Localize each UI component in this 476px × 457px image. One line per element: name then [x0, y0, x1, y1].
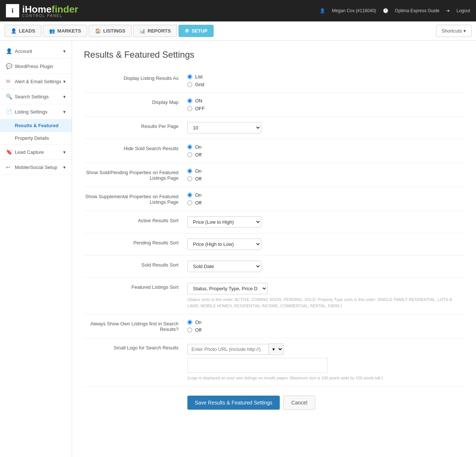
- results-per-page-label: Results Per Page: [84, 122, 187, 129]
- clock-icon: 🕐: [383, 8, 388, 13]
- radio-supp-on-input[interactable]: [187, 193, 192, 197]
- header-right: 👤 Megan Cox (#116040) 🕐 Optima Express G…: [320, 8, 470, 13]
- reports-icon: 📊: [139, 28, 145, 34]
- always-show-own-radio-group: On Off: [187, 319, 464, 333]
- nav-setup[interactable]: ⚙ SETUP: [178, 25, 214, 37]
- radio-hide-on-input[interactable]: [187, 145, 192, 149]
- pending-results-sort-row: Pending Results Sort Price (Low to High)…: [84, 233, 464, 255]
- radio-list-input[interactable]: [187, 74, 192, 79]
- radio-grid-input[interactable]: [187, 82, 192, 87]
- nav-reports[interactable]: 📊 REPORTS: [133, 25, 177, 37]
- shortcuts-button[interactable]: Shortcuts ▾: [436, 25, 472, 37]
- listing-arrow: ▾: [63, 109, 66, 115]
- lead-capture-icon: 🔖: [6, 149, 12, 155]
- guide-link[interactable]: Optima Express Guide: [395, 8, 440, 13]
- chevron-down-icon: ▾: [463, 28, 466, 34]
- sidebar-item-lead-capture[interactable]: 🔖 Lead Capture ▾: [0, 145, 72, 160]
- radio-list[interactable]: List: [187, 74, 464, 79]
- sidebar-item-mobile-social[interactable]: ↩ Mobile/Social Setup ▾: [0, 160, 72, 175]
- pending-sort-control: Price (Low to High) Price (High to Low) …: [187, 238, 464, 250]
- photo-url-dropdown[interactable]: ▾: [269, 343, 283, 355]
- show-sold-pending-label: Show Sold/Pending Properties on Featured…: [84, 168, 187, 181]
- sidebar-item-listing-settings[interactable]: 📄 Listing Settings ▾: [0, 104, 72, 119]
- nav-bar: 👤 LEADS 👥 MARKETS 🏠 LISTINGS 📊 REPORTS ⚙…: [0, 21, 476, 41]
- display-listing-results-row: Display Listing Results As List Grid: [84, 69, 464, 93]
- layout: 👤 Account ▾ 💬 WordPress Plugin ✉ Alert &…: [0, 41, 476, 457]
- results-per-page-row: Results Per Page 5 10 15 20 25: [84, 117, 464, 139]
- radio-hide-off[interactable]: Off: [187, 152, 464, 158]
- radio-sp-off[interactable]: Off: [187, 176, 464, 182]
- radio-own-off-input[interactable]: [187, 328, 192, 332]
- show-supplemental-row: Show Supplemental Properties on Featured…: [84, 187, 464, 211]
- radio-map-on-input[interactable]: [187, 98, 192, 103]
- logo-home: Home: [25, 4, 51, 15]
- user-icon: 👤: [320, 8, 325, 13]
- radio-supp-off-input[interactable]: [187, 200, 192, 205]
- radio-hide-on[interactable]: On: [187, 144, 464, 150]
- nav-listings[interactable]: 🏠 LISTINGS: [89, 25, 132, 37]
- search-arrow: ▾: [63, 94, 66, 99]
- results-per-page-control: 5 10 15 20 25: [187, 122, 464, 133]
- user-link[interactable]: Megan Cox (#116040): [332, 8, 376, 13]
- always-show-own-control: On Off: [187, 319, 464, 333]
- radio-map-on[interactable]: ON: [187, 98, 464, 104]
- markets-icon: 👥: [49, 28, 55, 34]
- sold-results-sort-row: Sold Results Sort Sold Date Price (Low t…: [84, 255, 464, 278]
- small-logo-control: ▾ (Logo is displayed on your own listing…: [187, 343, 464, 381]
- nav-leads[interactable]: 👤 LEADS: [4, 25, 41, 37]
- lead-arrow: ▾: [63, 149, 66, 155]
- photo-url-input[interactable]: [187, 344, 269, 355]
- pending-sort-select[interactable]: Price (Low to High) Price (High to Low) …: [187, 238, 261, 250]
- radio-grid[interactable]: Grid: [187, 82, 464, 87]
- nav-markets[interactable]: 👥 MARKETS: [43, 25, 87, 37]
- active-results-sort-row: Active Results Sort Price (Low to High) …: [84, 211, 464, 233]
- radio-sp-on[interactable]: On: [187, 168, 464, 174]
- logo-preview-box: [187, 358, 328, 373]
- wordpress-icon: 💬: [6, 63, 12, 69]
- always-show-own-label: Always Show Own Listings first in Search…: [84, 319, 187, 332]
- save-button[interactable]: Save Results & Featured Settings: [187, 396, 280, 410]
- logout-icon: ➜: [446, 8, 450, 13]
- small-logo-hint: (Logo is displayed on your own listings …: [187, 375, 464, 381]
- sidebar-sub-results-featured[interactable]: Results & Featured: [0, 119, 72, 132]
- radio-supp-off[interactable]: Off: [187, 200, 464, 206]
- featured-sort-hint: (Status sorts in this order: ACTIVE, COM…: [187, 297, 464, 309]
- show-supplemental-radio-group: On Off: [187, 192, 464, 206]
- logout-link[interactable]: Logout: [456, 8, 470, 13]
- display-listing-label: Display Listing Results As: [84, 74, 187, 81]
- top-header: i iHomefinder CONTROL PANEL 👤 Megan Cox …: [0, 0, 476, 21]
- sidebar-item-alert-email[interactable]: ✉ Alert & Email Settings ▾: [0, 74, 72, 89]
- active-sort-select[interactable]: Price (Low to High) Price (High to Low) …: [187, 216, 261, 228]
- radio-supp-on[interactable]: On: [187, 192, 464, 198]
- sidebar-item-search-settings[interactable]: 🔍 Search Settings ▾: [0, 89, 72, 104]
- sold-sort-select[interactable]: Sold Date Price (Low to High) Price (Hig…: [187, 261, 261, 272]
- radio-own-on-input[interactable]: [187, 320, 192, 325]
- radio-own-on[interactable]: On: [187, 319, 464, 325]
- featured-sort-label: Featured Listings Sort: [84, 283, 187, 290]
- hide-sold-radio-group: On Off: [187, 144, 464, 158]
- logo-icon: i: [6, 4, 19, 17]
- cancel-button[interactable]: Cancel: [283, 396, 315, 410]
- display-map-control: ON OFF: [187, 98, 464, 111]
- radio-hide-off-input[interactable]: [187, 152, 192, 157]
- radio-sp-on-input[interactable]: [187, 169, 192, 173]
- hide-sold-control: On Off: [187, 144, 464, 158]
- sidebar-sub-property-details[interactable]: Property Details: [0, 132, 72, 145]
- hide-sold-label: Hide Sold Search Results: [84, 144, 187, 151]
- alert-icon: ✉: [6, 78, 12, 84]
- sidebar-item-wordpress[interactable]: 💬 WordPress Plugin: [0, 59, 72, 74]
- sidebar-item-account[interactable]: 👤 Account ▾: [0, 44, 72, 59]
- show-supplemental-label: Show Supplemental Properties on Featured…: [84, 192, 187, 205]
- radio-map-off-input[interactable]: [187, 106, 192, 111]
- radio-sp-off-input[interactable]: [187, 176, 192, 181]
- radio-map-off[interactable]: OFF: [187, 106, 464, 111]
- logo-finder: finder: [51, 4, 78, 15]
- display-listing-radio-group: List Grid: [187, 74, 464, 87]
- featured-sort-control: Status, Property Type, Price D Price (Lo…: [187, 283, 464, 309]
- results-per-page-select[interactable]: 5 10 15 20 25: [187, 122, 261, 133]
- sold-sort-label: Sold Results Sort: [84, 261, 187, 268]
- pending-sort-label: Pending Results Sort: [84, 238, 187, 246]
- radio-own-off[interactable]: Off: [187, 327, 464, 333]
- featured-sort-select[interactable]: Status, Property Type, Price D Price (Lo…: [187, 283, 268, 294]
- mobile-arrow: ▾: [63, 165, 66, 170]
